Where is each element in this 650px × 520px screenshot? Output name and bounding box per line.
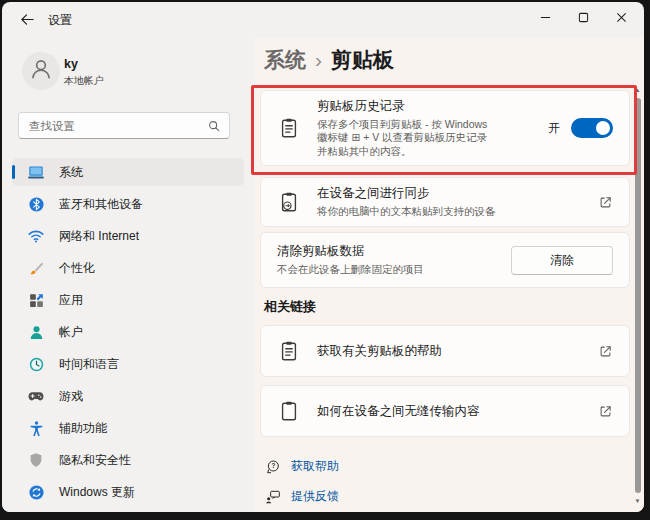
breadcrumb-system[interactable]: 系统 xyxy=(264,48,306,71)
related-link-label: 如何在设备之间无缝传输内容 xyxy=(317,403,598,420)
sidebar-nav: 系统 蓝牙和其他设备 网络和 Internet 个性化 xyxy=(12,158,244,510)
clipboard-icon xyxy=(277,400,301,422)
minimize-button[interactable] xyxy=(526,2,564,34)
clear-card-title: 清除剪贴板数据 xyxy=(277,243,511,260)
clipboard-lines-icon xyxy=(277,340,301,362)
app-title: 设置 xyxy=(48,12,72,29)
back-arrow-icon xyxy=(20,12,35,31)
description-line: 保存多个项目到剪贴板 - 按 Windows xyxy=(317,118,487,130)
sync-card-title: 在设备之间进行同步 xyxy=(317,185,598,202)
clipboard-history-text: 剪贴板历史记录 保存多个项目到剪贴板 - 按 Windows 徽标键 ⊞ + V… xyxy=(317,98,548,159)
sidebar-item-label: 个性化 xyxy=(59,260,95,277)
clear-button[interactable]: 清除 xyxy=(511,246,613,275)
sidebar-item-system[interactable]: 系统 xyxy=(12,158,244,186)
give-feedback-link[interactable]: 提供反馈 xyxy=(264,488,339,505)
person-icon xyxy=(27,323,45,341)
clipboard-history-card[interactable]: 剪贴板历史记录 保存多个项目到剪贴板 - 按 Windows 徽标键 ⊞ + V… xyxy=(260,90,630,166)
clipboard-history-description: 保存多个项目到剪贴板 - 按 Windows 徽标键 ⊞ + V 以查看剪贴板历… xyxy=(317,118,548,159)
sync-icon xyxy=(27,483,45,501)
get-help-link[interactable]: ? 获取帮助 xyxy=(264,458,339,475)
sidebar-item-time-language[interactable]: 时间和语言 xyxy=(12,350,244,378)
breadcrumb-separator: › xyxy=(306,48,331,71)
user-name: ky xyxy=(64,57,78,71)
sidebar-item-label: 应用 xyxy=(59,292,83,309)
sidebar-item-label: 辅助功能 xyxy=(59,420,107,437)
clear-card-description: 不会在此设备上删除固定的项目 xyxy=(277,263,511,277)
scrollbar-thumb[interactable] xyxy=(635,98,641,493)
toggle-area: 开 xyxy=(548,118,613,138)
close-button[interactable] xyxy=(602,2,640,34)
user-account-type: 本地帐户 xyxy=(64,74,104,88)
sync-card-text: 在设备之间进行同步 将你的电脑中的文本粘贴到支持的设备 xyxy=(317,185,598,219)
help-headset-icon: ? xyxy=(264,459,282,475)
close-icon xyxy=(616,9,627,27)
sidebar-item-label: 隐私和安全性 xyxy=(59,452,131,469)
description-line: 徽标键 ⊞ + V 以查看剪贴板历史记录 xyxy=(317,131,487,143)
scrollbar[interactable]: ▲ ▼ xyxy=(633,86,642,506)
scroll-up-arrow-icon[interactable]: ▲ xyxy=(633,86,642,95)
sidebar-item-label: Windows 更新 xyxy=(59,484,135,501)
clipboard-history-icon xyxy=(277,117,301,139)
sidebar-item-accounts[interactable]: 帐户 xyxy=(12,318,244,346)
related-links-header: 相关链接 xyxy=(264,298,316,316)
paintbrush-icon xyxy=(27,259,45,277)
titlebar: 设置 xyxy=(2,2,644,38)
page-title: 剪贴板 xyxy=(331,48,394,71)
sidebar-item-bluetooth-devices[interactable]: 蓝牙和其他设备 xyxy=(12,190,244,218)
maximize-icon xyxy=(578,9,589,27)
apps-icon xyxy=(27,291,45,309)
bluetooth-icon xyxy=(27,195,45,213)
minimize-icon xyxy=(540,9,551,27)
sync-card-description: 将你的电脑中的文本粘贴到支持的设备 xyxy=(317,205,598,219)
clear-card-text: 清除剪贴板数据 不会在此设备上删除固定的项目 xyxy=(277,243,511,277)
clock-icon xyxy=(27,355,45,373)
sidebar-item-label: 系统 xyxy=(59,164,83,181)
sidebar-item-network-internet[interactable]: 网络和 Internet xyxy=(12,222,244,250)
sidebar-item-label: 蓝牙和其他设备 xyxy=(59,196,143,213)
description-line: 并粘贴其中的内容。 xyxy=(317,145,412,157)
sync-across-devices-card[interactable]: 在设备之间进行同步 将你的电脑中的文本粘贴到支持的设备 xyxy=(260,177,630,227)
clipboard-help-link-card[interactable]: 获取有关剪贴板的帮助 xyxy=(260,325,630,377)
sidebar-item-accessibility[interactable]: 辅助功能 xyxy=(12,414,244,442)
sidebar-item-privacy-security[interactable]: 隐私和安全性 xyxy=(12,446,244,474)
sidebar-item-windows-update[interactable]: Windows 更新 xyxy=(12,478,244,506)
clipboard-sync-icon xyxy=(277,191,301,213)
search-input[interactable] xyxy=(19,113,229,138)
wifi-icon xyxy=(27,227,45,245)
external-link-icon xyxy=(598,344,613,359)
svg-text:?: ? xyxy=(271,462,275,469)
main-content: 系统›剪贴板 剪贴板历史记录 保存多个项目到剪贴板 - 按 Windows 徽标… xyxy=(254,38,644,512)
window-controls xyxy=(526,2,640,34)
clipboard-history-toggle[interactable] xyxy=(571,118,613,138)
scroll-down-arrow-icon[interactable]: ▼ xyxy=(633,497,642,506)
maximize-button[interactable] xyxy=(564,2,602,34)
transfer-content-link-card[interactable]: 如何在设备之间无缝传输内容 xyxy=(260,385,630,437)
external-link-icon xyxy=(598,195,613,210)
shield-icon xyxy=(27,451,45,469)
sidebar-item-label: 时间和语言 xyxy=(59,356,119,373)
toggle-knob xyxy=(596,121,610,135)
search-icon xyxy=(207,119,221,137)
sidebar-item-gaming[interactable]: 游戏 xyxy=(12,382,244,410)
sidebar-item-personalization[interactable]: 个性化 xyxy=(12,254,244,282)
feedback-icon xyxy=(264,489,282,505)
sidebar-item-label: 帐户 xyxy=(59,324,83,341)
sidebar-item-label: 网络和 Internet xyxy=(59,228,139,245)
sidebar-item-apps[interactable]: 应用 xyxy=(12,286,244,314)
search-box xyxy=(18,112,230,139)
clipboard-history-title: 剪贴板历史记录 xyxy=(317,98,548,115)
external-link-icon xyxy=(598,404,613,419)
sidebar-item-label: 游戏 xyxy=(59,388,83,405)
clear-clipboard-card: 清除剪贴板数据 不会在此设备上删除固定的项目 清除 xyxy=(260,232,630,288)
give-feedback-label: 提供反馈 xyxy=(291,488,339,505)
get-help-label: 获取帮助 xyxy=(291,458,339,475)
sidebar: ky 本地帐户 系统 蓝牙和其他设备 xyxy=(2,38,254,512)
back-button[interactable] xyxy=(14,10,40,32)
gamepad-icon xyxy=(27,387,45,405)
system-icon xyxy=(27,163,45,181)
related-link-label: 获取有关剪贴板的帮助 xyxy=(317,343,598,360)
accessibility-icon xyxy=(27,419,45,437)
breadcrumb: 系统›剪贴板 xyxy=(264,46,394,74)
avatar[interactable] xyxy=(22,52,60,90)
user-icon xyxy=(28,56,54,86)
